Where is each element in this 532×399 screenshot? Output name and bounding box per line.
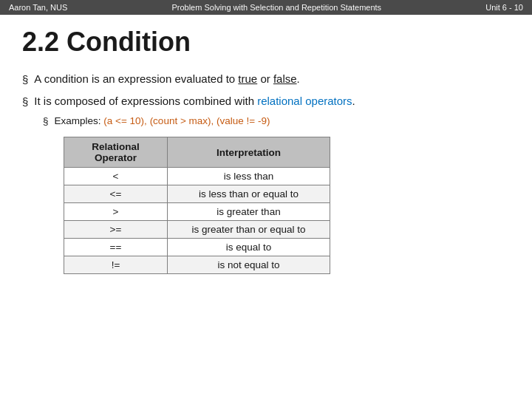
table-row: <=is less than or equal to (64, 185, 330, 203)
table-row: >is greater than (64, 203, 330, 221)
table-row: >=is greater than or equal to (64, 221, 330, 239)
interpretation-cell: is not equal to (168, 256, 330, 274)
sub-bullet-symbol: § (43, 115, 49, 126)
bullet1-suffix: . (297, 72, 300, 85)
sub-bullet-example1: (a <= 10), (103, 115, 147, 126)
operator-cell: < (64, 168, 168, 185)
bullet-item-1: § A condition is an expression evaluated… (22, 71, 510, 87)
bullet1-middle: or (257, 72, 273, 85)
interpretation-cell: is equal to (168, 239, 330, 256)
sub-bullet-example2: (count > max), (150, 115, 214, 126)
main-content: 2.2 Condition § A condition is an expres… (0, 15, 532, 289)
operator-cell: >= (64, 221, 168, 239)
bullet-text-2: It is composed of expressions combined w… (34, 93, 510, 109)
header-unit: Unit 6 - 10 (485, 3, 523, 12)
interpretation-cell: is less than (168, 168, 330, 185)
header-bar: Aaron Tan, NUS Problem Solving with Sele… (0, 0, 532, 15)
sub-bullet-text: Examples: (a <= 10), (count > max), (val… (55, 115, 270, 126)
interpretation-cell: is less than or equal to (168, 185, 330, 203)
interpretation-cell: is greater than (168, 203, 330, 221)
col-header-operator: Relational Operator (64, 137, 168, 168)
bullet-section-1: § A condition is an expression evaluated… (22, 71, 510, 126)
bullet2-prefix: It is composed of expressions combined w… (34, 95, 257, 107)
bullet-item-2: § It is composed of expressions combined… (22, 93, 510, 109)
bullet1-prefix: A condition is an expression evaluated t… (34, 72, 238, 85)
header-title: Problem Solving with Selection and Repet… (171, 3, 381, 12)
interpretation-cell: is greater than or equal to (168, 221, 330, 239)
bullet-text-1: A condition is an expression evaluated t… (34, 71, 510, 86)
bullet1-true: true (238, 72, 257, 85)
table-row: <is less than (64, 168, 330, 185)
sub-bullet: § Examples: (a <= 10), (count > max), (v… (43, 115, 510, 126)
bullet2-highlight: relational operators (257, 95, 352, 107)
bullet1-false: false (273, 72, 297, 85)
bullet-symbol-2: § (22, 94, 28, 109)
table-container: Relational Operator Interpretation <is l… (64, 137, 510, 274)
slide-title: 2.2 Condition (22, 27, 510, 58)
col-header-interpretation: Interpretation (168, 137, 330, 168)
bullet2-suffix: . (352, 95, 355, 107)
relational-operators-table: Relational Operator Interpretation <is l… (64, 137, 330, 274)
operator-cell: != (64, 256, 168, 274)
table-row: ==is equal to (64, 239, 330, 256)
bullet-symbol-1: § (22, 72, 28, 87)
operator-cell: == (64, 239, 168, 256)
table-row: !=is not equal to (64, 256, 330, 274)
table-header-row: Relational Operator Interpretation (64, 137, 330, 168)
operator-cell: <= (64, 185, 168, 203)
sub-bullet-label: Examples: (55, 115, 101, 126)
header-author: Aaron Tan, NUS (9, 3, 67, 12)
operator-cell: > (64, 203, 168, 221)
sub-bullet-example3: (value != -9) (216, 115, 270, 126)
